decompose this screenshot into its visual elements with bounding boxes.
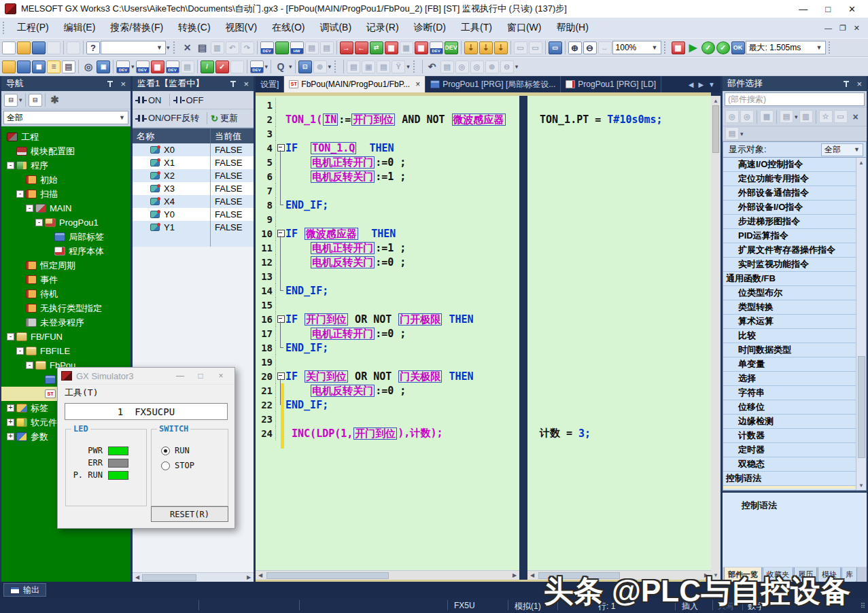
diff1-icon[interactable]: ▦ — [385, 41, 398, 54]
collapse-all-icon[interactable]: ⊟ — [29, 94, 42, 107]
menu-item-5[interactable]: 视图(V) — [218, 18, 265, 37]
parts-item-1[interactable]: 高速I/O控制指令 — [723, 158, 856, 172]
redo-icon[interactable]: ↷ — [241, 41, 254, 54]
zoom-level-combo[interactable]: 100%▼ — [612, 41, 661, 54]
sim-play-icon[interactable]: ▶ — [687, 41, 700, 54]
maximize-button[interactable]: □ — [825, 4, 831, 14]
check-2-icon[interactable]: ✓ — [716, 41, 730, 54]
parts-item-8[interactable]: 实时监视功能指令 — [723, 258, 856, 272]
tree-item-ProgPou1[interactable]: -ProgPou1 — [1, 215, 131, 230]
menu-item-7[interactable]: 调试(B) — [312, 18, 359, 37]
parts-item-23[interactable]: 控制语法 — [723, 472, 856, 486]
minimize-button[interactable]: — — [799, 4, 808, 14]
device-hw-icon[interactable]: HW — [290, 41, 304, 54]
monitor-icon[interactable]: ▭ — [549, 41, 562, 54]
code-line-17[interactable]: 17 电机正转开门:=0 ; — [256, 326, 519, 340]
tree-expander-icon[interactable]: + — [7, 419, 14, 426]
code-line-21[interactable]: 21 电机反转关门:=0 ; — [256, 383, 519, 398]
parts-search-input[interactable]: (部件搜索) — [725, 92, 865, 106]
st-code-pane[interactable]: 12TON_1(IN:=开门到位 AND NOT 微波感应器34IF TON_1… — [256, 96, 519, 580]
scan-time-combo[interactable]: 最大: 1.505ms▼ — [746, 41, 826, 54]
dev-menu-icon[interactable]: DEV — [116, 60, 130, 73]
table-gray3-icon[interactable]: ▤ — [377, 60, 390, 73]
close-icon[interactable]: × — [856, 80, 862, 88]
tree-expander-icon[interactable]: - — [26, 362, 33, 369]
tree-item-局部标签[interactable]: 局部标签 — [1, 230, 131, 244]
tree-item-FBFILE[interactable]: -FBFILE — [1, 344, 131, 358]
code-h-scrollbar[interactable]: ◀▶ — [256, 570, 519, 580]
menu-item-11[interactable]: 窗口(W) — [500, 18, 549, 37]
code-line-2[interactable]: 2TON_1(IN:=开门到位 AND NOT 微波感应器 — [256, 112, 519, 126]
mon-gray2-icon[interactable]: ▭ — [529, 41, 542, 54]
dev-y1-icon[interactable]: ⇣ — [464, 41, 478, 54]
code-line-3[interactable]: 3 — [256, 126, 519, 141]
dev-y2-icon[interactable]: ⇣ — [479, 41, 493, 54]
dropdown-arrow-icon[interactable]: ▾ — [515, 63, 519, 70]
dev-red-icon[interactable]: ▦ — [151, 60, 164, 73]
simulator-tools-menu[interactable]: 工具(T) — [58, 385, 235, 401]
table-gray1-icon[interactable]: ▤ — [347, 60, 360, 73]
editor-v-scrollbar[interactable]: ▲ ▼ — [711, 96, 721, 580]
close-icon[interactable]: × — [120, 80, 126, 88]
find-window-icon[interactable]: ▣ — [97, 60, 110, 73]
code-line-6[interactable]: 6 电机反转关门:=1 ; — [256, 169, 519, 183]
tool-icon[interactable] — [67, 41, 80, 54]
code-line-24[interactable]: 24 INC(LDP(1,开门到位),计数); — [256, 426, 519, 440]
list-icon[interactable]: ▤ — [62, 60, 75, 73]
tree-expander-icon[interactable]: - — [16, 190, 24, 198]
copy-icon[interactable]: ▤ — [196, 41, 209, 54]
gray-1-icon[interactable]: ▤ — [181, 60, 194, 73]
pin-icon[interactable] — [106, 80, 114, 88]
dialog-maximize-button[interactable]: □ — [190, 371, 211, 381]
code-line-16[interactable]: 16IF 开门到位 OR NOT 门开极限 THEN — [256, 312, 519, 326]
misc-color-icon[interactable]: ▦ — [672, 41, 685, 54]
parts-item-9[interactable]: 通用函数/FB — [723, 272, 856, 286]
watch-on-button[interactable]: ON — [135, 95, 162, 105]
zoom-in-icon[interactable]: ⊕ — [568, 41, 582, 54]
tree-item-恒定周期[interactable]: 恒定周期 — [1, 258, 131, 273]
cut-icon[interactable]: ✕ — [181, 41, 194, 54]
tree-item-无执行类型指定[interactable]: 无执行类型指定 — [1, 301, 131, 315]
io-check-icon[interactable]: ✓ — [215, 60, 229, 73]
dropdown-arrow-icon[interactable]: ▾ — [406, 63, 410, 70]
watch-invert-button[interactable]: ON/OFF反转 — [135, 112, 199, 124]
monitor-pane[interactable]: TON_1.PT = T#10s0ms;计数 = 3; ◀▶ — [527, 96, 711, 580]
fold-collapse-icon[interactable] — [276, 141, 285, 155]
menu-item-12[interactable]: 帮助(H) — [549, 18, 595, 37]
menu-item-8[interactable]: 记录(R) — [359, 18, 406, 37]
read-plc-icon[interactable]: ← — [355, 41, 368, 54]
watch-row-X2[interactable]: X2FALSE — [133, 169, 254, 182]
plus-gray-icon[interactable]: ⊕ — [485, 60, 499, 73]
code-line-22[interactable]: 22END_IF; — [256, 398, 519, 412]
ok-transfer-icon[interactable]: OK — [731, 41, 745, 54]
dev-eye-icon[interactable]: DEV — [250, 60, 264, 73]
parts-scrollbar[interactable]: ▲▼ — [856, 158, 866, 490]
code-line-9[interactable]: 9 — [256, 212, 519, 226]
tab-scroll-icon-3[interactable]: ▼ — [708, 81, 715, 88]
tree-item-模块配置图[interactable]: 模块配置图 — [1, 144, 131, 158]
gift-icon[interactable]: ▦ — [760, 110, 774, 123]
dropdown-arrow-icon[interactable]: ▾ — [740, 130, 744, 137]
dropdown-arrow-icon[interactable]: ▾ — [289, 63, 292, 70]
tab-scroll-icon-2[interactable]: ▶ — [698, 81, 704, 88]
tree-item-程序本体[interactable]: 程序本体 — [1, 244, 131, 258]
editor-tab-2[interactable]: STFbPou(MAIN/ProgPou1/FbP...× — [284, 76, 426, 92]
find-next-icon[interactable]: ◎ — [740, 110, 754, 123]
dropdown-arrow-icon[interactable]: ▾ — [328, 63, 332, 70]
save-icon[interactable] — [32, 41, 46, 54]
fold-collapse-icon[interactable] — [276, 226, 285, 241]
undo-icon[interactable]: ↶ — [226, 41, 239, 54]
dev-color-icon[interactable]: DEV — [445, 41, 458, 54]
mdi-button-3[interactable]: ✕ — [854, 24, 860, 33]
device-find-icon[interactable]: DEV — [260, 41, 274, 54]
tree-expander-icon[interactable]: - — [35, 219, 43, 226]
parts-item-10[interactable]: 位类型布尔 — [723, 286, 856, 300]
device-green-icon[interactable] — [275, 41, 289, 54]
undo-gray-icon[interactable]: ↶ — [426, 60, 439, 73]
close-button[interactable]: ✕ — [848, 4, 856, 14]
diff2-icon[interactable]: ▦ — [400, 41, 413, 54]
gear-icon[interactable]: ✱ — [48, 94, 62, 107]
tree-expander-icon[interactable]: - — [16, 347, 24, 355]
menu-item-6[interactable]: 在线(O) — [264, 18, 312, 37]
tab-scroll-icon-1[interactable]: ◀ — [689, 81, 694, 88]
